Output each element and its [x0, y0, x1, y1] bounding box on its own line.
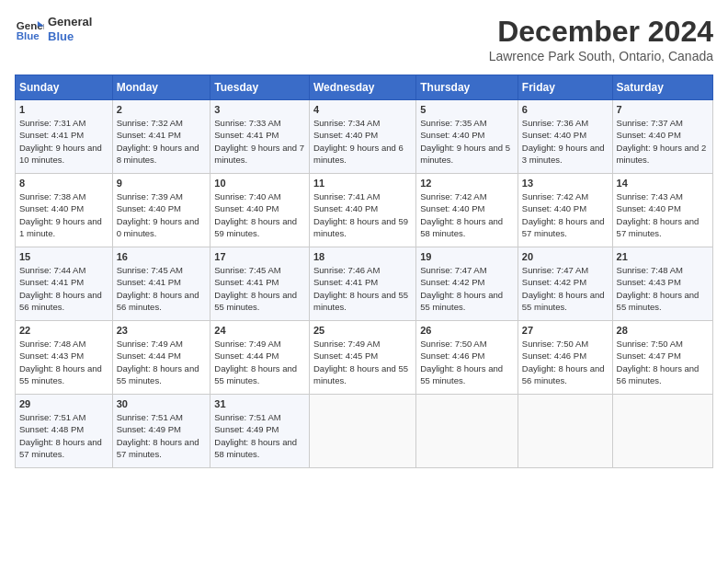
- calendar-cell: 9 Sunrise: 7:39 AM Sunset: 4:40 PM Dayli…: [112, 174, 210, 247]
- calendar-cell: [310, 395, 416, 468]
- calendar-cell: 3 Sunrise: 7:33 AM Sunset: 4:41 PM Dayli…: [210, 100, 310, 174]
- day-number: 10: [214, 178, 305, 189]
- day-info: Sunrise: 7:50 AM Sunset: 4:46 PM Dayligh…: [522, 339, 605, 385]
- day-number: 20: [522, 251, 609, 262]
- col-header-thursday: Thursday: [416, 75, 518, 100]
- logo: General Blue General Blue: [15, 15, 92, 44]
- title-block: December 2024 Lawrence Park South, Ontar…: [489, 15, 713, 63]
- calendar-cell: 28 Sunrise: 7:50 AM Sunset: 4:47 PM Dayl…: [612, 321, 712, 395]
- calendar-week-row: 1 Sunrise: 7:31 AM Sunset: 4:41 PM Dayli…: [16, 100, 713, 174]
- day-number: 7: [617, 104, 709, 115]
- day-number: 15: [19, 251, 108, 262]
- page-header: General Blue General Blue December 2024 …: [15, 15, 713, 63]
- calendar-cell: 20 Sunrise: 7:47 AM Sunset: 4:42 PM Dayl…: [518, 247, 612, 321]
- day-info: Sunrise: 7:43 AM Sunset: 4:40 PM Dayligh…: [617, 191, 700, 238]
- day-number: 28: [617, 325, 709, 336]
- calendar-header-row: SundayMondayTuesdayWednesdayThursdayFrid…: [16, 75, 713, 100]
- day-number: 17: [214, 251, 305, 262]
- calendar-cell: 15 Sunrise: 7:44 AM Sunset: 4:41 PM Dayl…: [16, 247, 113, 321]
- calendar-cell: 7 Sunrise: 7:37 AM Sunset: 4:40 PM Dayli…: [612, 100, 712, 174]
- col-header-wednesday: Wednesday: [310, 75, 416, 100]
- day-number: 5: [420, 104, 514, 115]
- calendar-cell: 18 Sunrise: 7:46 AM Sunset: 4:41 PM Dayl…: [310, 247, 416, 321]
- logo-text-general: General: [48, 15, 92, 29]
- day-info: Sunrise: 7:47 AM Sunset: 4:42 PM Dayligh…: [420, 265, 503, 312]
- day-number: 18: [313, 251, 412, 262]
- day-info: Sunrise: 7:51 AM Sunset: 4:48 PM Dayligh…: [19, 412, 102, 459]
- day-info: Sunrise: 7:51 AM Sunset: 4:49 PM Dayligh…: [214, 412, 297, 459]
- day-number: 30: [117, 398, 207, 409]
- calendar-cell: 2 Sunrise: 7:32 AM Sunset: 4:41 PM Dayli…: [112, 100, 210, 174]
- calendar-cell: 26 Sunrise: 7:50 AM Sunset: 4:46 PM Dayl…: [416, 321, 518, 395]
- calendar-cell: 4 Sunrise: 7:34 AM Sunset: 4:40 PM Dayli…: [310, 100, 416, 174]
- day-number: 16: [117, 251, 207, 262]
- calendar-cell: 1 Sunrise: 7:31 AM Sunset: 4:41 PM Dayli…: [16, 100, 113, 174]
- day-number: 31: [214, 398, 305, 409]
- day-info: Sunrise: 7:31 AM Sunset: 4:41 PM Dayligh…: [19, 118, 102, 165]
- logo-icon: General Blue: [15, 15, 44, 44]
- col-header-friday: Friday: [518, 75, 612, 100]
- day-info: Sunrise: 7:39 AM Sunset: 4:40 PM Dayligh…: [117, 191, 199, 238]
- day-info: Sunrise: 7:50 AM Sunset: 4:46 PM Dayligh…: [420, 339, 503, 385]
- calendar-week-row: 22 Sunrise: 7:48 AM Sunset: 4:43 PM Dayl…: [16, 321, 713, 395]
- day-info: Sunrise: 7:46 AM Sunset: 4:41 PM Dayligh…: [313, 265, 408, 312]
- calendar-cell: 25 Sunrise: 7:49 AM Sunset: 4:45 PM Dayl…: [310, 321, 416, 395]
- svg-text:Blue: Blue: [17, 30, 40, 41]
- calendar-cell: 12 Sunrise: 7:42 AM Sunset: 4:40 PM Dayl…: [416, 174, 518, 247]
- day-number: 8: [19, 178, 108, 189]
- day-info: Sunrise: 7:36 AM Sunset: 4:40 PM Dayligh…: [522, 118, 605, 165]
- calendar-cell: [518, 395, 612, 468]
- day-number: 25: [313, 325, 412, 336]
- day-info: Sunrise: 7:48 AM Sunset: 4:43 PM Dayligh…: [19, 339, 102, 385]
- day-number: 11: [313, 178, 412, 189]
- day-info: Sunrise: 7:49 AM Sunset: 4:44 PM Dayligh…: [117, 339, 199, 385]
- calendar-cell: 22 Sunrise: 7:48 AM Sunset: 4:43 PM Dayl…: [16, 321, 113, 395]
- day-info: Sunrise: 7:34 AM Sunset: 4:40 PM Dayligh…: [313, 118, 404, 165]
- day-info: Sunrise: 7:44 AM Sunset: 4:41 PM Dayligh…: [19, 265, 102, 312]
- day-info: Sunrise: 7:42 AM Sunset: 4:40 PM Dayligh…: [522, 191, 605, 238]
- calendar-cell: 21 Sunrise: 7:48 AM Sunset: 4:43 PM Dayl…: [612, 247, 712, 321]
- calendar-week-row: 29 Sunrise: 7:51 AM Sunset: 4:48 PM Dayl…: [16, 395, 713, 468]
- day-info: Sunrise: 7:45 AM Sunset: 4:41 PM Dayligh…: [214, 265, 297, 312]
- col-header-tuesday: Tuesday: [210, 75, 310, 100]
- day-info: Sunrise: 7:49 AM Sunset: 4:44 PM Dayligh…: [214, 339, 297, 385]
- calendar-cell: 17 Sunrise: 7:45 AM Sunset: 4:41 PM Dayl…: [210, 247, 310, 321]
- calendar-cell: 13 Sunrise: 7:42 AM Sunset: 4:40 PM Dayl…: [518, 174, 612, 247]
- logo-text-blue: Blue: [48, 29, 92, 44]
- calendar-week-row: 8 Sunrise: 7:38 AM Sunset: 4:40 PM Dayli…: [16, 174, 713, 247]
- day-number: 2: [117, 104, 207, 115]
- day-number: 12: [420, 178, 514, 189]
- col-header-saturday: Saturday: [612, 75, 712, 100]
- col-header-sunday: Sunday: [16, 75, 113, 100]
- day-info: Sunrise: 7:32 AM Sunset: 4:41 PM Dayligh…: [117, 118, 199, 165]
- day-number: 23: [117, 325, 207, 336]
- day-info: Sunrise: 7:48 AM Sunset: 4:43 PM Dayligh…: [617, 265, 700, 312]
- calendar-cell: 29 Sunrise: 7:51 AM Sunset: 4:48 PM Dayl…: [16, 395, 113, 468]
- location-text: Lawrence Park South, Ontario, Canada: [489, 49, 713, 63]
- month-title: December 2024: [489, 15, 713, 49]
- calendar-cell: [612, 395, 712, 468]
- calendar-cell: 6 Sunrise: 7:36 AM Sunset: 4:40 PM Dayli…: [518, 100, 612, 174]
- day-number: 6: [522, 104, 609, 115]
- col-header-monday: Monday: [112, 75, 210, 100]
- day-info: Sunrise: 7:33 AM Sunset: 4:41 PM Dayligh…: [214, 118, 304, 165]
- day-number: 13: [522, 178, 609, 189]
- calendar-cell: 11 Sunrise: 7:41 AM Sunset: 4:40 PM Dayl…: [310, 174, 416, 247]
- day-info: Sunrise: 7:40 AM Sunset: 4:40 PM Dayligh…: [214, 191, 297, 238]
- day-info: Sunrise: 7:49 AM Sunset: 4:45 PM Dayligh…: [313, 339, 408, 385]
- calendar-cell: 24 Sunrise: 7:49 AM Sunset: 4:44 PM Dayl…: [210, 321, 310, 395]
- calendar-week-row: 15 Sunrise: 7:44 AM Sunset: 4:41 PM Dayl…: [16, 247, 713, 321]
- calendar-cell: 31 Sunrise: 7:51 AM Sunset: 4:49 PM Dayl…: [210, 395, 310, 468]
- day-info: Sunrise: 7:47 AM Sunset: 4:42 PM Dayligh…: [522, 265, 605, 312]
- day-info: Sunrise: 7:51 AM Sunset: 4:49 PM Dayligh…: [117, 412, 199, 459]
- day-number: 22: [19, 325, 108, 336]
- day-info: Sunrise: 7:35 AM Sunset: 4:40 PM Dayligh…: [420, 118, 510, 165]
- day-number: 1: [19, 104, 108, 115]
- day-number: 3: [214, 104, 305, 115]
- calendar-cell: 5 Sunrise: 7:35 AM Sunset: 4:40 PM Dayli…: [416, 100, 518, 174]
- day-info: Sunrise: 7:42 AM Sunset: 4:40 PM Dayligh…: [420, 191, 503, 238]
- day-info: Sunrise: 7:41 AM Sunset: 4:40 PM Dayligh…: [313, 191, 408, 238]
- calendar-cell: 16 Sunrise: 7:45 AM Sunset: 4:41 PM Dayl…: [112, 247, 210, 321]
- day-number: 21: [617, 251, 709, 262]
- calendar-cell: 14 Sunrise: 7:43 AM Sunset: 4:40 PM Dayl…: [612, 174, 712, 247]
